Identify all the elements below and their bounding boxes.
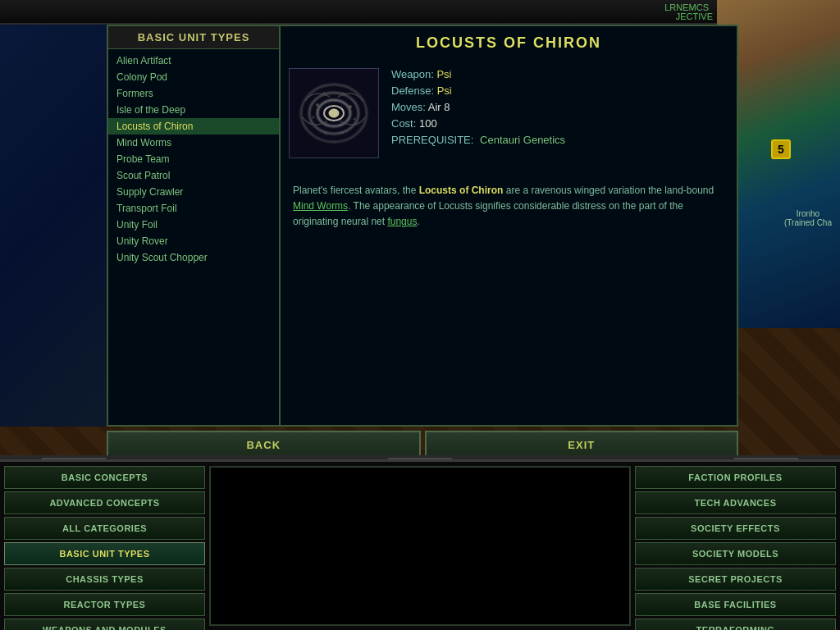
svg-point-12 <box>341 132 344 135</box>
bottom-left-nav: BASIC CONCEPTSADVANCED CONCEPTSALL CATEG… <box>4 466 205 626</box>
list-item-transport-foil[interactable]: Transport Foil <box>108 200 279 217</box>
list-item-isle-of-deep[interactable]: Isle of the Deep <box>108 102 279 118</box>
moves-stat: Moves: Air 8 <box>391 101 728 113</box>
svg-point-8 <box>354 118 356 121</box>
bottom-right-btn-secret-projects[interactable]: SECRET PROJECTS <box>635 568 836 591</box>
detail-panel: LOCUSTS OF CHIRON <box>279 25 738 427</box>
bottom-right-btn-society-effects[interactable]: SOCIETY EFFECTS <box>635 517 836 540</box>
bottom-right-btn-base-facilities[interactable]: BASE FACILITIES <box>635 593 836 616</box>
list-item-probe-team[interactable]: Probe Team <box>108 151 279 167</box>
detail-title: LOCUSTS OF CHIRON <box>281 26 737 60</box>
terrain-left <box>0 0 115 427</box>
bottom-right-btn-society-models[interactable]: SOCIETY MODELS <box>635 542 836 565</box>
svg-point-10 <box>343 93 345 95</box>
unit-description: Planet's fiercest avatars, the Locusts o… <box>281 171 737 243</box>
list-item-scout-patrol[interactable]: Scout Patrol <box>108 167 279 184</box>
unit-portrait <box>289 68 379 158</box>
bottom-right-btn-terraforming[interactable]: TERRAFORMING <box>635 619 836 630</box>
map-link2[interactable]: JECTIVE <box>676 11 713 21</box>
detail-content: Weapon: Psi Defense: Psi Moves: Air 8 Co… <box>281 60 737 167</box>
bottom-left-btn-all-categories[interactable]: ALL CATEGORIES <box>4 517 205 540</box>
bottom-right-btn-faction-profiles[interactable]: FACTION PROFILES <box>635 466 836 489</box>
list-item-locusts-of-chiron[interactable]: Locusts of Chiron <box>108 118 279 135</box>
svg-point-11 <box>325 133 327 135</box>
svg-point-5 <box>316 103 319 107</box>
list-item-supply-crawler[interactable]: Supply Crawler <box>108 184 279 200</box>
location-label: Ironho(Trained Cha <box>784 209 832 227</box>
bottom-left-btn-reactor-types[interactable]: REACTOR TYPES <box>4 593 205 616</box>
bottom-left-btn-basic-unit-types[interactable]: BASIC UNIT TYPES <box>4 542 205 565</box>
unit-stats: Weapon: Psi Defense: Psi Moves: Air 8 Co… <box>391 68 728 158</box>
svg-point-4 <box>329 109 339 117</box>
list-item-colony-pod[interactable]: Colony Pod <box>108 69 279 85</box>
bottom-right-btn-tech-advances[interactable]: TECH ADVANCES <box>635 491 836 514</box>
bottom-right-nav: FACTION PROFILESTECH ADVANCESSOCIETY EFF… <box>635 466 836 626</box>
bottom-left-btn-chassis-types[interactable]: CHASSIS TYPES <box>4 568 205 591</box>
prereq-stat: PREREQUISITE: Centauri Genetics <box>391 134 728 146</box>
bottom-panel: BASIC CONCEPTSADVANCED CONCEPTSALL CATEG… <box>0 459 840 630</box>
svg-point-7 <box>313 116 315 119</box>
list-panel-title: BASIC UNIT TYPES <box>108 26 279 49</box>
svg-point-6 <box>349 105 352 108</box>
unit-badge: 5 <box>771 139 791 159</box>
list-item-alien-artifact[interactable]: Alien Artifact <box>108 52 279 69</box>
list-item-unity-rover[interactable]: Unity Rover <box>108 233 279 249</box>
cost-stat: Cost: 100 <box>391 117 728 130</box>
locust-image <box>293 72 375 154</box>
unit-list: Alien ArtifactColony PodFormersIsle of t… <box>108 49 279 269</box>
weapon-stat: Weapon: Psi <box>391 68 728 80</box>
svg-point-9 <box>323 92 326 94</box>
bottom-center <box>209 466 631 626</box>
list-item-mind-worms[interactable]: Mind Worms <box>108 135 279 151</box>
defense-stat: Defense: Psi <box>391 84 728 97</box>
bottom-left-btn-advanced-concepts[interactable]: ADVANCED CONCEPTS <box>4 491 205 514</box>
list-item-unity-foil[interactable]: Unity Foil <box>108 217 279 233</box>
list-item-unity-scout-chopper[interactable]: Unity Scout Chopper <box>108 249 279 266</box>
bottom-left-btn-basic-concepts[interactable]: BASIC CONCEPTS <box>4 466 205 489</box>
list-panel: BASIC UNIT TYPES Alien ArtifactColony Po… <box>107 25 279 427</box>
top-bar: LRNEMCS JECTIVE <box>0 0 840 25</box>
list-item-formers[interactable]: Formers <box>108 85 279 102</box>
bottom-left-btn-weapons-modules[interactable]: WEAPONS AND MODULES <box>4 619 205 630</box>
